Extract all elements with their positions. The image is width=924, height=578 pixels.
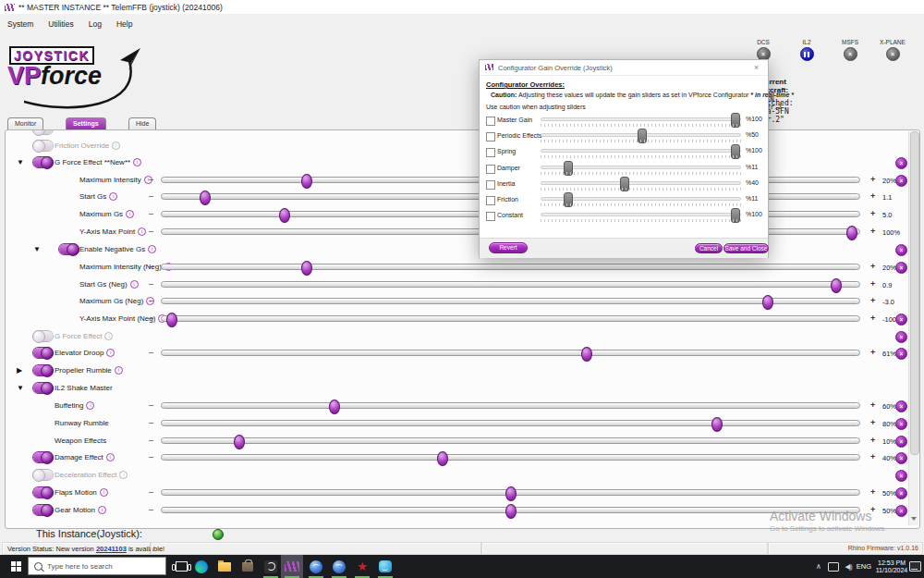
slider-handle[interactable]	[846, 226, 857, 240]
info-icon[interactable]	[104, 332, 113, 340]
remove-override-button[interactable]	[895, 262, 907, 274]
decrement-control[interactable]: –	[149, 487, 153, 497]
increment-control[interactable]: +	[870, 262, 875, 271]
increment-control[interactable]: +	[870, 191, 875, 201]
info-icon[interactable]	[119, 471, 128, 479]
increment-control[interactable]: +	[870, 314, 875, 323]
decrement-control[interactable]: –	[149, 400, 153, 410]
decrement-control[interactable]: –	[149, 209, 153, 218]
menu-item-utilities[interactable]: Utilities	[41, 18, 80, 31]
increment-control[interactable]: +	[870, 279, 875, 289]
close-icon[interactable]: ×	[754, 63, 759, 72]
remove-override-button[interactable]	[895, 314, 907, 326]
remove-override-button[interactable]	[895, 400, 907, 412]
decrement-control[interactable]: –	[149, 279, 153, 289]
info-icon[interactable]	[138, 228, 146, 236]
sim-status-msfs[interactable]: MSFS×	[829, 39, 871, 65]
taskbar-item-edge[interactable]	[190, 555, 213, 578]
sim-status-x-plane[interactable]: X-PLANE×	[871, 39, 914, 65]
volume-tray-icon[interactable]: ◀))	[841, 555, 856, 578]
slider-track[interactable]	[161, 281, 860, 288]
notification-center-button[interactable]	[907, 555, 922, 578]
slider-handle[interactable]	[279, 208, 290, 223]
taskbar-item-file-explorer[interactable]	[213, 555, 236, 578]
checkbox[interactable]	[486, 148, 495, 157]
save-and-close-button[interactable]: Save and Close	[723, 243, 769, 253]
slider-track[interactable]	[161, 264, 860, 270]
info-icon[interactable]	[133, 158, 141, 166]
gain-slider-track[interactable]	[541, 117, 741, 121]
decrement-control[interactable]: –	[149, 296, 153, 305]
toggle-on[interactable]	[33, 348, 53, 358]
clock[interactable]: 12:53 PM 11/10/2024	[872, 555, 911, 578]
toggle-off[interactable]	[33, 470, 53, 480]
info-icon[interactable]	[112, 141, 120, 150]
slider-track[interactable]	[161, 507, 860, 513]
toggle-on[interactable]	[33, 505, 53, 515]
increment-control[interactable]: +	[870, 227, 875, 236]
version-link[interactable]: 20241103	[96, 545, 127, 553]
language-indicator[interactable]: ENG	[856, 555, 872, 578]
revert-button[interactable]: Revert	[489, 242, 528, 253]
info-icon[interactable]	[98, 506, 106, 514]
checkbox[interactable]	[486, 180, 495, 190]
increment-control[interactable]: +	[870, 452, 875, 461]
remove-override-button[interactable]	[895, 418, 907, 430]
info-icon[interactable]	[106, 453, 115, 461]
slider-track[interactable]	[161, 315, 860, 322]
remove-override-button[interactable]	[895, 452, 907, 464]
toggle-on[interactable]	[33, 487, 53, 498]
gain-slider-track[interactable]	[541, 166, 741, 169]
task-view-button[interactable]	[170, 555, 192, 578]
checkbox[interactable]	[486, 117, 495, 126]
slider-track[interactable]	[161, 489, 860, 496]
remove-override-button[interactable]	[895, 244, 907, 256]
info-icon[interactable]	[100, 488, 108, 497]
checkbox[interactable]	[486, 196, 495, 205]
expand-right-icon[interactable]: ▶	[17, 366, 22, 375]
decrement-control[interactable]: –	[149, 452, 153, 461]
decrement-control[interactable]: –	[149, 348, 153, 357]
remove-override-button[interactable]	[895, 505, 907, 517]
slider-handle[interactable]	[234, 435, 245, 449]
slider-handle[interactable]	[581, 347, 592, 362]
network-tray-icon[interactable]	[826, 555, 841, 578]
remove-override-button[interactable]	[895, 436, 907, 448]
increment-control[interactable]: +	[870, 296, 875, 305]
slider-handle[interactable]	[505, 486, 517, 501]
increment-control[interactable]: +	[870, 418, 875, 427]
tray-chevron-icon[interactable]: ∧	[813, 555, 824, 578]
slider-handle[interactable]	[831, 278, 842, 293]
toggle-on[interactable]	[33, 383, 53, 393]
expand-down-icon[interactable]: ▼	[17, 384, 24, 393]
toggle-off[interactable]	[33, 331, 53, 341]
taskbar-item-app-blue-2[interactable]	[328, 555, 350, 578]
decrement-control[interactable]: –	[149, 436, 153, 445]
info-icon[interactable]	[130, 280, 139, 289]
taskbar-item-vpforce-active[interactable]	[281, 555, 303, 578]
gain-slider-track[interactable]	[541, 213, 741, 216]
increment-control[interactable]: +	[870, 175, 875, 184]
remove-override-button[interactable]	[895, 331, 907, 343]
slider-track[interactable]	[161, 350, 860, 356]
decrement-control[interactable]: –	[149, 418, 153, 427]
slider-track[interactable]	[161, 402, 860, 409]
taskbar-search-input[interactable]: Type here to search	[28, 557, 166, 575]
info-icon[interactable]	[115, 366, 123, 375]
decrement-control[interactable]: –	[149, 175, 153, 184]
toggle-on[interactable]	[59, 244, 79, 254]
remove-override-button[interactable]	[895, 157, 907, 169]
taskbar-item-app-blue-1[interactable]	[305, 555, 327, 578]
info-icon[interactable]	[109, 192, 117, 201]
cancel-button[interactable]: Cancel	[695, 243, 723, 253]
increment-control[interactable]: +	[870, 400, 875, 410]
slider-track[interactable]	[161, 437, 860, 444]
gain-slider-track[interactable]	[541, 197, 741, 201]
slider-track[interactable]	[161, 454, 860, 461]
decrement-control[interactable]: –	[149, 262, 153, 271]
info-icon[interactable]	[126, 210, 134, 218]
toggle-on[interactable]	[33, 365, 53, 375]
gain-slider-track[interactable]	[541, 133, 741, 137]
taskbar-item-app-teal[interactable]	[374, 555, 396, 578]
expand-down-icon[interactable]: ▼	[17, 158, 24, 167]
